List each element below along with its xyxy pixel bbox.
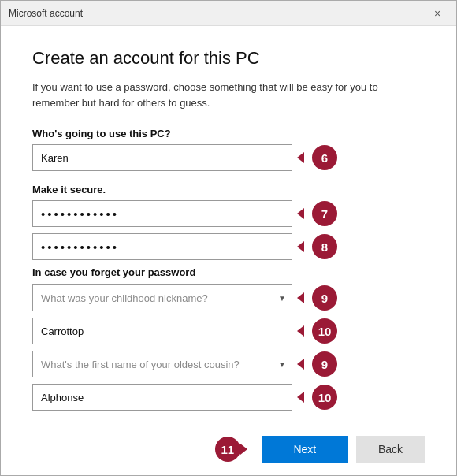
back-button[interactable]: Back — [356, 436, 425, 463]
confirm-password-row: 8 — [32, 233, 425, 260]
question2-select-wrapper: What's the first name of your oldest cou… — [32, 351, 292, 377]
forgot-field-group: In case you forget your password What wa… — [32, 266, 425, 411]
arrow-left-9-1 — [297, 292, 304, 303]
answer2-input[interactable] — [32, 384, 292, 411]
window-title: Microsoft account — [9, 8, 83, 19]
arrow-right-11 — [240, 444, 247, 455]
badge11-row: 11 — [207, 437, 247, 462]
question2-row: What's the first name of your oldest cou… — [32, 351, 425, 377]
badge-10-2: 10 — [312, 385, 337, 410]
answer1-row: 10 — [32, 318, 425, 344]
arrow-left-10-2 — [297, 392, 304, 403]
arrow-left-10-1 — [297, 325, 304, 337]
titlebar: Microsoft account × — [1, 1, 456, 26]
arrow-left-9-2 — [297, 359, 304, 370]
badge10-1-arrow: 10 — [297, 318, 337, 344]
badge-9-1: 9 — [312, 285, 337, 311]
arrow-left-8 — [297, 241, 304, 252]
badge10-2-arrow: 10 — [297, 385, 337, 410]
who-input[interactable] — [32, 144, 292, 171]
badge-8: 8 — [312, 234, 337, 259]
question2-select[interactable]: What's the first name of your oldest cou… — [32, 351, 292, 377]
badge9-1-arrow: 9 — [297, 285, 337, 311]
forgot-label: In case you forget your password — [32, 266, 425, 278]
badge8-arrow: 8 — [297, 234, 337, 259]
badge-10-1: 10 — [312, 318, 337, 344]
window: Microsoft account × Create an account fo… — [0, 0, 457, 476]
password-row: 7 — [32, 200, 425, 227]
footer: 11 Next Back — [1, 426, 456, 475]
badge9-2-arrow: 9 — [297, 351, 337, 377]
arrow-left-7 — [297, 208, 304, 219]
password-input[interactable] — [32, 200, 292, 227]
next-button[interactable]: Next — [262, 436, 348, 463]
arrow-left-6 — [297, 152, 304, 163]
badge6-arrow: 6 — [297, 145, 337, 170]
who-field-group: Who's going to use this PC? 6 — [32, 128, 425, 171]
close-button[interactable]: × — [426, 2, 448, 24]
badge-11: 11 — [215, 437, 240, 462]
answer1-input[interactable] — [32, 318, 292, 344]
who-label: Who's going to use this PC? — [32, 128, 425, 139]
question1-select-wrapper: What was your childhood nickname? What w… — [32, 284, 292, 311]
secure-label: Make it secure. — [32, 184, 425, 195]
who-input-row: 6 — [32, 144, 425, 171]
question1-row: What was your childhood nickname? What w… — [32, 284, 425, 311]
badge-7: 7 — [312, 201, 337, 226]
main-content: Create an account for this PC If you wan… — [1, 26, 456, 426]
question1-select[interactable]: What was your childhood nickname? What w… — [32, 284, 292, 311]
page-title: Create an account for this PC — [32, 48, 425, 69]
confirm-password-input[interactable] — [32, 233, 292, 260]
page-description: If you want to use a password, choose so… — [32, 80, 425, 110]
badge7-arrow: 7 — [297, 201, 337, 226]
answer2-row: 10 — [32, 384, 425, 411]
badge-9-2: 9 — [312, 351, 337, 377]
secure-field-group: Make it secure. 7 8 — [32, 184, 425, 260]
badge-6: 6 — [312, 145, 337, 170]
